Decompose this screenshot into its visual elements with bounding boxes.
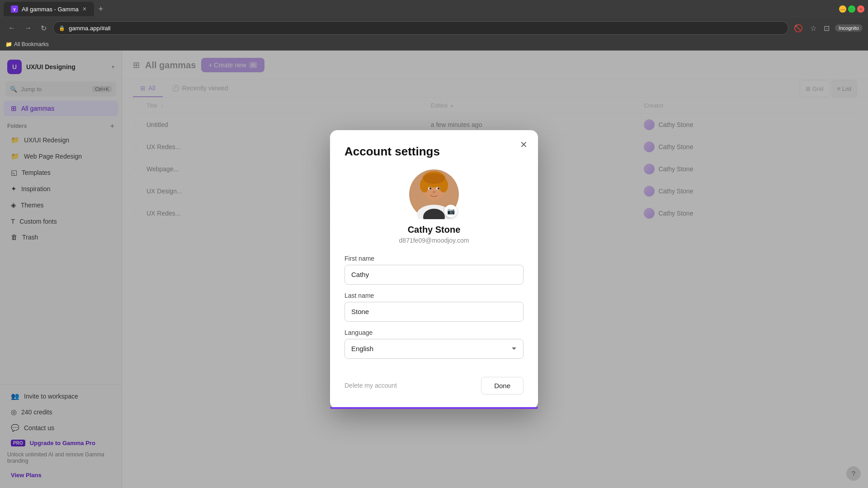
tab-title: All gammas - Gamma: [22, 6, 79, 13]
extensions-icon[interactable]: ⊡: [822, 22, 831, 34]
user-name: Cathy Stone: [408, 225, 461, 235]
delete-account-button[interactable]: Delete my account: [344, 382, 397, 389]
bookmarks-bar: 📁 All Bookmarks: [0, 38, 868, 51]
account-settings-modal: ✕ Account settings: [330, 130, 538, 409]
modal-progress-bar: [330, 407, 538, 409]
address-bar[interactable]: 🔒 gamma.app/#all: [53, 21, 788, 35]
tab-close-btn[interactable]: ✕: [82, 6, 87, 12]
first-name-label: First name: [344, 255, 524, 262]
avatar-section: 📷 Cathy Stone d871fe09@moodjoy.com: [344, 169, 524, 244]
browser-titlebar: γ All gammas - Gamma ✕ + — □ ✕: [0, 0, 868, 18]
toolbar-icons: 🚫 ☆ ⊡: [792, 22, 831, 34]
bookmark-icon[interactable]: ☆: [808, 22, 818, 34]
tab-favicon: γ: [11, 5, 18, 13]
last-name-input[interactable]: [344, 302, 524, 322]
svg-point-12: [438, 187, 440, 189]
url-text: gamma.app/#all: [69, 25, 111, 32]
modal-footer: Delete my account Done: [344, 370, 524, 394]
window-controls: — □ ✕: [839, 5, 864, 13]
user-email: d871fe09@moodjoy.com: [399, 237, 469, 244]
language-select[interactable]: English Spanish French German Japanese: [344, 339, 524, 359]
last-name-group: Last name: [344, 292, 524, 322]
incognito-badge: Incognito: [835, 24, 863, 32]
avatar-container: 📷: [409, 169, 459, 219]
modal-overlay: ✕ Account settings: [0, 51, 868, 488]
first-name-input[interactable]: [344, 265, 524, 285]
bookmarks-label[interactable]: All Bookmarks: [14, 41, 49, 47]
svg-point-11: [429, 187, 432, 189]
new-tab-button[interactable]: +: [96, 5, 106, 14]
last-name-label: Last name: [344, 292, 524, 299]
modal-close-button[interactable]: ✕: [516, 137, 531, 152]
reload-button[interactable]: ↻: [38, 22, 49, 34]
svg-point-8: [423, 173, 445, 184]
modal-title: Account settings: [344, 145, 524, 159]
browser-toolbar: ← → ↻ 🔒 gamma.app/#all 🚫 ☆ ⊡ Incognito: [0, 18, 868, 38]
forward-button[interactable]: →: [22, 22, 34, 34]
language-label: Language: [344, 329, 524, 336]
close-window-button[interactable]: ✕: [857, 5, 864, 13]
svg-point-13: [433, 191, 435, 193]
no-camera-icon: 🚫: [792, 22, 805, 34]
minimize-button[interactable]: —: [839, 5, 846, 13]
bookmarks-folder-icon: 📁: [5, 41, 12, 47]
done-button[interactable]: Done: [481, 377, 524, 394]
browser-tab[interactable]: γ All gammas - Gamma ✕: [4, 2, 94, 16]
maximize-button[interactable]: □: [848, 5, 855, 13]
language-group: Language English Spanish French German J…: [344, 329, 524, 359]
back-button[interactable]: ←: [5, 22, 18, 34]
lock-icon: 🔒: [59, 25, 65, 31]
first-name-group: First name: [344, 255, 524, 285]
change-avatar-button[interactable]: 📷: [444, 205, 457, 217]
